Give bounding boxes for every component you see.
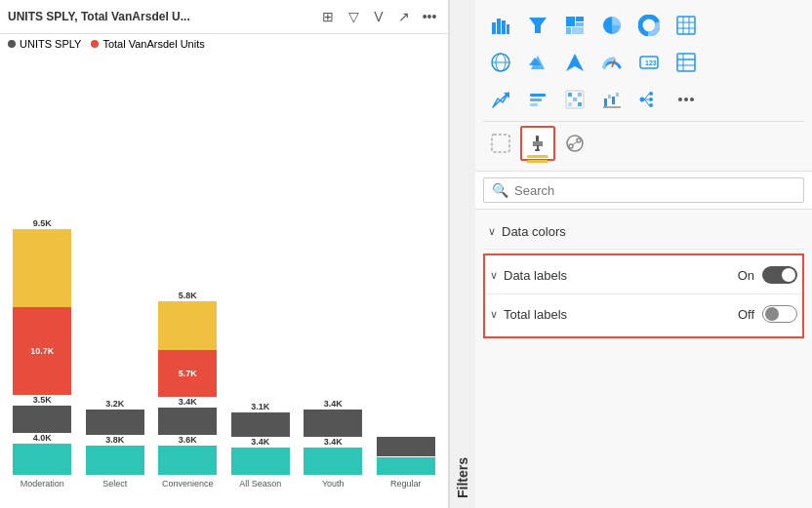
bar-bottom: 10.7K xyxy=(13,307,71,395)
data-labels-toggle-label: On xyxy=(738,268,754,283)
viz-pane-content: Filters xyxy=(449,0,812,508)
viz-icon-funnel[interactable] xyxy=(520,8,555,43)
viz-icon-slicer[interactable] xyxy=(520,82,555,117)
chart-panel: UNITS SPLY, Total VanArsdel U... ⊞ ▽ V ↗… xyxy=(0,0,449,508)
bar-sub1 xyxy=(13,406,71,433)
viz-icon-shape-map[interactable] xyxy=(520,45,555,80)
svg-rect-35 xyxy=(530,103,538,106)
bar-top xyxy=(158,301,217,350)
viz-icon-decomp-tree[interactable] xyxy=(631,82,667,117)
bar-sub1-label: 3.5K xyxy=(33,395,52,405)
bar-group: 5.8K5.7K3.4K3.6KConvenience xyxy=(153,291,223,488)
format-options: ∨ Data colors ∨ Data labels xyxy=(475,210,812,508)
svg-point-50 xyxy=(649,103,653,107)
bar-sub2-label: 3.4K xyxy=(251,437,269,447)
data-colors-label: Data colors xyxy=(502,224,566,239)
bar-sub2-label: 3.8K xyxy=(105,435,124,445)
viz-icon-waterfall[interactable] xyxy=(594,82,629,117)
filter-icon[interactable]: ▽ xyxy=(343,6,364,27)
svg-rect-5 xyxy=(566,17,575,26)
svg-point-56 xyxy=(690,98,694,101)
viz-icon-donut[interactable] xyxy=(631,8,667,43)
data-labels-toggle[interactable] xyxy=(762,266,797,284)
right-panel: Filters xyxy=(449,0,812,508)
format-section-data-colors-header[interactable]: ∨ Data colors xyxy=(484,218,803,245)
viz-icon-numeric-card[interactable]: 123 xyxy=(631,45,667,80)
total-labels-toggle-group: Off xyxy=(738,305,797,323)
viz-icon-analytics[interactable] xyxy=(557,126,592,161)
group-label: Youth xyxy=(322,479,345,488)
svg-rect-1 xyxy=(497,19,501,34)
svg-rect-27 xyxy=(677,54,695,71)
svg-rect-38 xyxy=(573,98,577,101)
bar-sub2 xyxy=(158,446,217,475)
viz-icons-area: 123 xyxy=(475,0,812,508)
total-labels-toggle-label: Off xyxy=(738,307,754,322)
bar-sub2-label: 4.0K xyxy=(33,433,52,443)
export-icon[interactable]: ↗ xyxy=(393,6,415,27)
legend-vanarsdel-label: Total VanArsdel Units xyxy=(102,38,204,50)
svg-rect-9 xyxy=(572,27,584,34)
chart-area: 9.5K10.7K3.5K4.0KModeration3.2K3.8KSelec… xyxy=(0,54,448,508)
viz-icon-bar-chart[interactable] xyxy=(483,8,518,43)
search-box[interactable]: 🔍 xyxy=(483,177,804,203)
icons-row-4 xyxy=(483,121,804,161)
svg-line-51 xyxy=(645,94,650,99)
viz-icon-gauge[interactable] xyxy=(594,45,629,80)
format-section-data-labels: ∨ Data labels On xyxy=(485,255,802,294)
total-labels-toggle[interactable] xyxy=(762,305,797,323)
svg-point-48 xyxy=(649,92,653,96)
legend-vanarsdel: Total VanArsdel Units xyxy=(91,38,204,50)
search-icon: 🔍 xyxy=(492,182,508,198)
more-icon[interactable]: ••• xyxy=(419,6,440,27)
viz-icon-scatter-heatmap[interactable] xyxy=(557,82,592,117)
legend-row: UNITS SPLY Total VanArsdel Units xyxy=(0,34,448,54)
viz-icon-pie-chart[interactable] xyxy=(594,8,629,43)
icons-row-1 xyxy=(483,8,804,43)
bar-sub2 xyxy=(377,457,435,475)
data-labels-toggle-group: On xyxy=(738,266,797,284)
svg-point-54 xyxy=(678,98,682,101)
viz-icon-globe[interactable] xyxy=(483,45,518,80)
viz-icon-kpi[interactable] xyxy=(483,82,518,117)
svg-rect-57 xyxy=(492,135,509,152)
bar-sub2 xyxy=(13,444,71,475)
viz-icon-filters-pane[interactable] xyxy=(483,126,518,161)
legend-sply: UNITS SPLY xyxy=(8,38,81,50)
bar-group: 3.2K3.8KSelect xyxy=(81,399,150,488)
viz-icon-format-visual[interactable] xyxy=(520,126,555,161)
svg-rect-0 xyxy=(492,22,496,34)
svg-rect-7 xyxy=(576,22,584,26)
bar-sub1 xyxy=(304,410,362,437)
viz-icon-matrix[interactable] xyxy=(669,8,704,43)
group-label: Convenience xyxy=(162,479,214,488)
svg-point-47 xyxy=(640,98,645,102)
bar-sub1-label: 3.4K xyxy=(179,397,197,407)
bar-sub1-label: 3.4K xyxy=(324,399,343,409)
svg-point-55 xyxy=(684,98,688,101)
svg-rect-62 xyxy=(535,149,540,151)
svg-rect-44 xyxy=(612,97,615,104)
focus-icon[interactable]: V xyxy=(368,6,389,27)
viz-icon-table[interactable] xyxy=(669,45,704,80)
data-colors-chevron: ∨ xyxy=(488,225,496,238)
total-labels-label: Total labels xyxy=(504,307,567,322)
svg-text:123: 123 xyxy=(645,59,657,66)
group-label: All Season xyxy=(239,479,281,488)
total-labels-chevron: ∨ xyxy=(490,308,498,321)
bar-label-top: 5.8K xyxy=(179,291,197,300)
expand-icon[interactable]: ⊞ xyxy=(317,6,339,27)
format-section-total-labels-header[interactable]: ∨ Total labels Off xyxy=(486,299,801,329)
svg-rect-39 xyxy=(578,102,582,106)
svg-rect-41 xyxy=(578,93,582,97)
search-input[interactable] xyxy=(514,183,795,198)
format-section-data-labels-header[interactable]: ∨ Data labels On xyxy=(486,260,801,290)
viz-icon-treemap[interactable] xyxy=(557,8,592,43)
format-section-total-labels: ∨ Total labels Off xyxy=(485,294,802,332)
svg-point-49 xyxy=(649,98,653,101)
viz-icon-more[interactable] xyxy=(669,82,704,117)
svg-rect-33 xyxy=(530,94,546,97)
viz-icon-navigation[interactable] xyxy=(557,45,592,80)
bar-sub2-label: 3.6K xyxy=(179,435,197,445)
viz-icons-grid: 123 xyxy=(475,0,812,172)
